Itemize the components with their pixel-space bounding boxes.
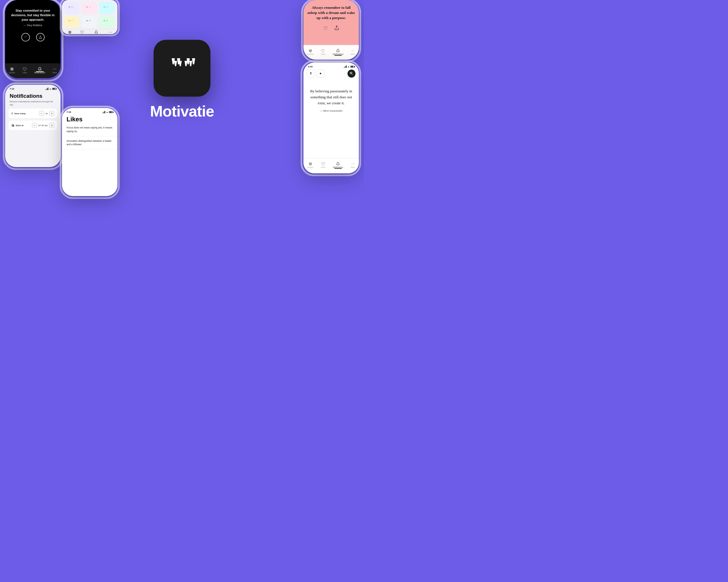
svg-point-18 xyxy=(110,32,111,32)
phone3: Always remember to fall asleep with a dr… xyxy=(304,0,359,60)
app-icon-pink[interactable]: "" xyxy=(82,2,97,14)
search-btn[interactable]: 🔍 xyxy=(347,70,356,78)
app-icon-cyan[interactable]: "" xyxy=(99,2,114,14)
p2-tab-notifications[interactable]: Notifications xyxy=(92,30,101,34)
phone6-time: 3:15 xyxy=(308,65,313,68)
p6-tab-quotes[interactable]: Quotes xyxy=(307,162,313,168)
text-format-btn[interactable]: T xyxy=(307,70,315,78)
phone3-actions: ♡ xyxy=(304,25,359,31)
phone5: 7:15 ▲ Likes Focus does not mean saying … xyxy=(62,108,118,196)
phone4-time: 7:12 xyxy=(10,87,14,90)
phone1-actions: ♡ xyxy=(5,33,60,41)
hash-icon: # xyxy=(11,112,13,115)
svg-text:": " xyxy=(104,6,105,11)
svg-point-21 xyxy=(352,50,352,51)
svg-text:": " xyxy=(106,20,108,24)
app-icon-green[interactable]: "" xyxy=(99,16,114,28)
phone4-subtitle: Receive motiviational notifications thro… xyxy=(5,99,60,106)
svg-text:": " xyxy=(71,6,73,11)
phone6-tabbar: Quotes Likes Notifications More xyxy=(304,158,359,173)
sun-icon: 🌤 xyxy=(11,124,14,127)
phone4: 7:12 ▲ Notifications Receive motiviation… xyxy=(5,85,60,167)
svg-text:": " xyxy=(86,20,88,24)
increment-time[interactable]: + xyxy=(49,123,54,128)
phone5-statusbar: 7:15 ▲ xyxy=(62,108,118,114)
svg-point-22 xyxy=(353,50,353,51)
svg-rect-16 xyxy=(68,31,71,34)
start-at-value: 07:30 am xyxy=(38,124,48,127)
phone3-tabbar: Quotes Likes Notifications More xyxy=(304,45,359,60)
p2-tab-more[interactable]: More xyxy=(109,30,113,34)
phone1-quote: Stay committed to your decisions, but st… xyxy=(5,0,60,22)
svg-text:": " xyxy=(69,20,70,24)
status-icons: ▲ xyxy=(45,87,56,90)
svg-text:": " xyxy=(89,6,90,11)
likes-item-1: Focus does not mean saying yes, it means… xyxy=(62,123,118,136)
decrement-howmany[interactable]: − xyxy=(39,111,44,116)
phone2: "" "" "" "" "" "" Quotes Likes xyxy=(62,0,118,34)
phone6-author: — Nikos Kazantzakis xyxy=(304,109,359,112)
svg-point-19 xyxy=(111,32,112,32)
p2-tab-quotes[interactable]: Quotes xyxy=(67,30,72,34)
svg-point-23 xyxy=(354,50,354,51)
phone6-statusbar: 3:15 ▲ xyxy=(304,62,359,70)
start-at-label: Start at xyxy=(16,124,24,127)
phone1-author: — Tony Robbins xyxy=(5,24,60,27)
phone2-tabbar: Quotes Likes Notifications More xyxy=(62,29,118,34)
phone6-toolbar: T ✦ 🔍 xyxy=(304,70,359,80)
phone4-title: Notifications xyxy=(5,91,60,99)
svg-point-3 xyxy=(55,68,56,69)
style-btn[interactable]: ✦ xyxy=(316,70,324,78)
status-icons2: ▲ xyxy=(102,111,113,113)
phone5-time: 7:15 xyxy=(67,111,71,113)
tab-more[interactable]: More xyxy=(52,67,57,74)
tab-notifications[interactable]: Notifications xyxy=(34,67,45,74)
share-btn[interactable] xyxy=(334,25,339,31)
status-icons3: ▲ xyxy=(343,65,354,68)
p6-tab-likes[interactable]: Likes xyxy=(321,162,325,168)
phone3-quote: Always remember to fall asleep with a dr… xyxy=(304,0,359,21)
p6-tab-notifications[interactable]: Notifications xyxy=(333,162,343,168)
howmany-value: 3x xyxy=(46,112,48,115)
p3-tab-more[interactable]: More xyxy=(350,49,355,55)
svg-point-1 xyxy=(53,68,54,69)
p2-tab-likes[interactable]: Likes xyxy=(80,30,84,34)
app-name: Motivatie xyxy=(150,102,214,120)
like-icon[interactable]: ♡ xyxy=(21,33,30,41)
p3-tab-quotes[interactable]: Quotes xyxy=(307,49,314,55)
increment-howmany[interactable]: + xyxy=(49,111,54,116)
like-btn[interactable]: ♡ xyxy=(323,25,328,31)
svg-point-25 xyxy=(352,163,352,164)
likes-item-2: Innovation distinguishes between a leade… xyxy=(62,136,118,150)
svg-text:": " xyxy=(69,6,70,11)
tab-quotes[interactable]: Quotes xyxy=(9,67,15,74)
tab-likes[interactable]: Likes xyxy=(23,67,27,74)
app-icon-slate[interactable]: "" xyxy=(82,16,97,28)
svg-point-2 xyxy=(54,68,55,69)
svg-text:": " xyxy=(71,20,73,24)
svg-point-17 xyxy=(109,32,110,32)
svg-rect-0 xyxy=(10,67,14,71)
svg-text:": " xyxy=(86,6,88,11)
svg-text:": " xyxy=(89,20,90,24)
app-icon-purple[interactable]: "" xyxy=(64,2,79,14)
phone6-quote: By believing passionately in something t… xyxy=(304,80,359,106)
svg-point-26 xyxy=(353,163,353,164)
app-icon-main: "" xyxy=(154,40,210,96)
svg-rect-24 xyxy=(309,162,312,165)
app-icon-amber[interactable]: "" xyxy=(64,16,79,28)
p6-tab-more[interactable]: More xyxy=(351,162,355,168)
phone6: 3:15 ▲ T ✦ 🔍 By believing passionately i… xyxy=(304,62,359,173)
phone4-row-howmany: # How many − 3x + xyxy=(8,109,57,118)
svg-rect-20 xyxy=(309,49,312,52)
p3-tab-likes[interactable]: Likes xyxy=(321,49,325,55)
phone4-statusbar: 7:12 ▲ xyxy=(5,85,60,91)
phone5-title: Likes xyxy=(62,114,118,123)
p3-tab-notifications[interactable]: Notifications xyxy=(333,49,343,55)
phone1: Stay committed to your decisions, but st… xyxy=(5,0,60,78)
svg-point-27 xyxy=(354,163,354,164)
phone4-row-startat: 🌤 Start at − 07:30 am + xyxy=(8,120,57,130)
share-icon[interactable] xyxy=(36,33,45,41)
decrement-time[interactable]: − xyxy=(32,123,37,128)
how-many-label: How many xyxy=(15,112,26,115)
